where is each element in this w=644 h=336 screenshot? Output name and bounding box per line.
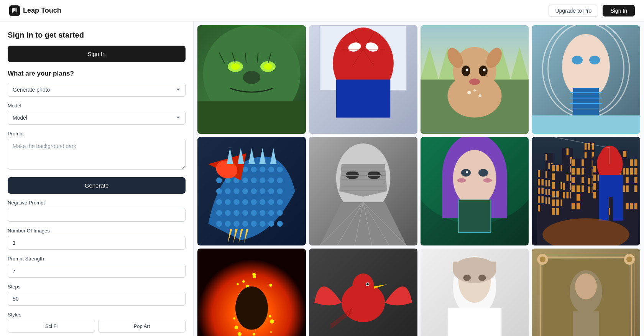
upgrade-button[interactable]: Upgrade to Pro: [549, 5, 598, 17]
prompt-textarea[interactable]: [8, 139, 186, 170]
gallery-item[interactable]: [309, 25, 417, 134]
gallery-item[interactable]: [309, 137, 417, 245]
gallery-item[interactable]: [421, 249, 529, 336]
gallery-item[interactable]: [532, 25, 640, 134]
gallery-image: [532, 25, 640, 134]
gallery-image: [197, 25, 306, 134]
steps-group: Steps: [8, 284, 186, 306]
plan-select-group: Generate photo Edit photo Remove backgro…: [8, 83, 186, 97]
gallery-item[interactable]: [421, 25, 529, 134]
plans-title: What are your plans?: [8, 70, 186, 77]
generate-button[interactable]: Generate: [8, 177, 186, 194]
model-select[interactable]: Model Stable Diffusion DALL-E: [8, 111, 186, 125]
styles-group: Styles Sci Fi Pop Art: [8, 312, 186, 333]
gallery-image: [532, 137, 640, 245]
prompt-label: Prompt: [8, 131, 186, 137]
logo-text: Leap Touch: [23, 7, 61, 15]
gallery-image: [309, 25, 417, 134]
gallery-item[interactable]: [197, 25, 306, 134]
num-images-group: Number Of Images: [8, 228, 186, 250]
gallery-image: [421, 249, 529, 336]
gallery-item[interactable]: [532, 137, 640, 245]
header-actions: Upgrade to Pro Sign In: [549, 5, 635, 17]
prompt-strength-input[interactable]: [8, 264, 186, 278]
main-signin-button[interactable]: Sign In: [8, 46, 186, 62]
num-images-input[interactable]: [8, 236, 186, 250]
gallery-image: [532, 249, 640, 336]
negative-prompt-group: Negative Prompt: [8, 200, 186, 222]
app-header: Leap Touch Upgrade to Pro Sign In: [0, 0, 644, 21]
gallery-item[interactable]: By Giovanni: [532, 249, 640, 336]
model-label: Model: [8, 103, 186, 109]
gallery-image: [197, 249, 306, 336]
negative-prompt-label: Negative Prompt: [8, 200, 186, 206]
styles-grid: Sci Fi Pop Art: [8, 320, 186, 333]
sidebar-title: Sign in to get started: [8, 31, 186, 40]
prompt-group: Prompt: [8, 131, 186, 171]
negative-prompt-input[interactable]: [8, 208, 186, 222]
gallery-grid: By Giovanni: [197, 25, 640, 336]
gallery: By Giovanni: [194, 21, 644, 336]
plan-select[interactable]: Generate photo Edit photo Remove backgro…: [8, 83, 186, 97]
logo-icon: [9, 5, 20, 16]
gallery-image: [421, 137, 529, 245]
prompt-strength-label: Prompt Strength: [8, 256, 186, 262]
sidebar: Sign in to get started Sign In What are …: [0, 21, 194, 336]
num-images-label: Number Of Images: [8, 228, 186, 234]
steps-input[interactable]: [8, 292, 186, 306]
style-popart[interactable]: Pop Art: [98, 320, 186, 333]
gallery-item[interactable]: [197, 137, 306, 245]
gallery-image: [421, 25, 529, 134]
gallery-item[interactable]: [421, 137, 529, 245]
gallery-item[interactable]: [309, 249, 417, 336]
gallery-item[interactable]: [197, 249, 306, 336]
main-layout: Sign in to get started Sign In What are …: [0, 21, 644, 336]
logo: Leap Touch: [9, 5, 61, 16]
steps-label: Steps: [8, 284, 186, 290]
header-signin-button[interactable]: Sign In: [603, 5, 635, 16]
prompt-strength-group: Prompt Strength: [8, 256, 186, 278]
gallery-image: [309, 137, 417, 245]
model-select-group: Model Model Stable Diffusion DALL-E: [8, 103, 186, 125]
gallery-image: [309, 249, 417, 336]
gallery-image: [197, 137, 306, 245]
styles-label: Styles: [8, 312, 186, 318]
style-scifi[interactable]: Sci Fi: [8, 320, 95, 333]
